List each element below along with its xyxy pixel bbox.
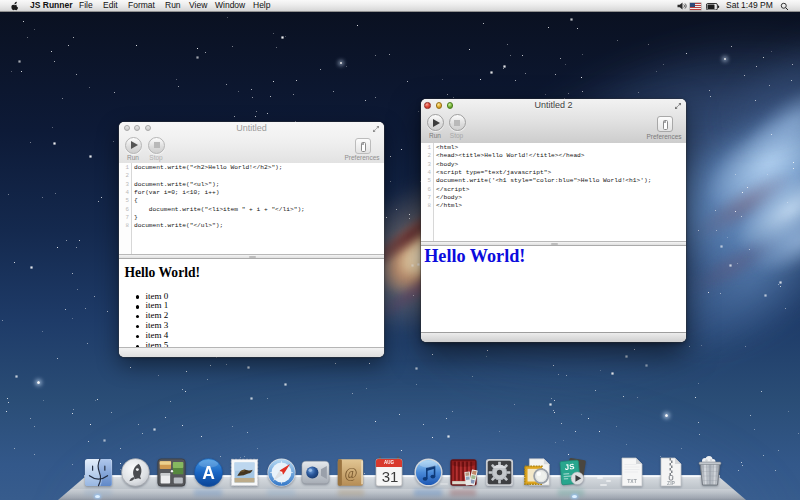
- svg-text:@: @: [344, 465, 357, 481]
- svg-text:ZIP: ZIP: [667, 480, 675, 486]
- svg-text:JS: JS: [564, 462, 574, 472]
- svg-text:AUG: AUG: [384, 460, 394, 465]
- svg-text:31: 31: [382, 468, 399, 485]
- svg-text:TXT: TXT: [627, 478, 636, 484]
